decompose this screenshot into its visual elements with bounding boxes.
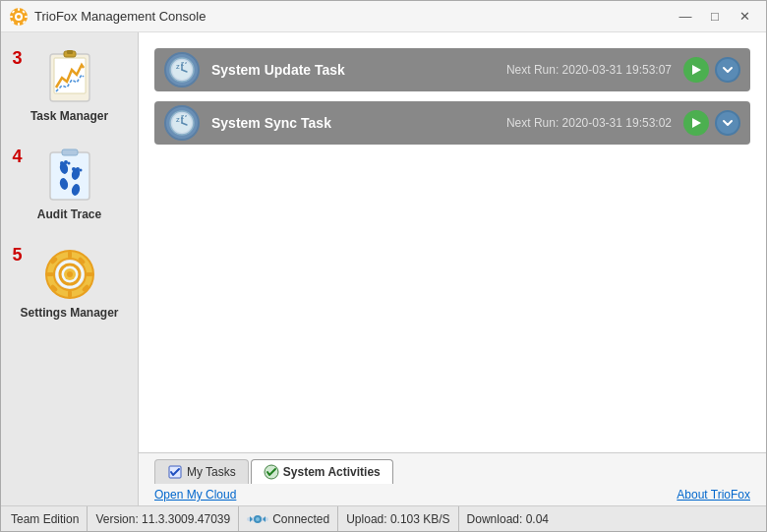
svg-rect-30 [68,290,72,298]
upload-label: Upload: 0.103 KB/S [346,512,449,526]
svg-rect-4 [18,23,20,26]
tab-system-activities[interactable]: System Activities [251,459,393,484]
edition-label: Team Edition [11,512,79,526]
task-row[interactable]: Z Z z System Update Task Next Run: 2020-… [154,48,750,91]
svg-rect-32 [86,272,93,276]
system-activities-tab-label: System Activities [283,465,381,479]
footer-links: Open My Cloud About TrioFox [139,484,766,505]
settings-manager-icon [42,247,97,302]
tab-my-tasks[interactable]: My Tasks [154,459,249,484]
svg-text:z: z [185,113,187,118]
task-row[interactable]: Z Z z System Sync Task Next Run: 2020-03… [154,101,750,145]
app-icon [9,7,29,27]
window-controls: — □ ✕ [672,7,758,27]
task-next-run: Next Run: 2020-03-31 19:53:07 [506,63,672,77]
svg-marker-56 [692,118,701,128]
system-activities-tab-icon [264,464,279,480]
task-sleep-icon: Z Z z [164,52,200,88]
about-triofox-link[interactable]: About TrioFox [677,488,750,502]
version-label: Version: 11.3.3009.47039 [95,512,230,526]
svg-text:Z: Z [176,117,180,123]
upload-segment: Upload: 0.103 KB/S [338,506,458,531]
task-name: System Sync Task [211,115,506,131]
close-button[interactable]: ✕ [731,7,758,27]
svg-point-23 [67,162,70,165]
edition-segment: Team Edition [11,506,88,531]
svg-marker-63 [263,516,266,522]
sidebar-item-settings-manager[interactable]: 5 [11,239,129,327]
content-area: Z Z z System Update Task Next Run: 2020-… [139,32,766,505]
connected-icon [247,511,268,527]
sidebar-item-audit-trace[interactable]: 4 Audit T [11,141,129,229]
app-window: TrioFox Management Console — □ ✕ 3 [0,0,767,532]
svg-rect-6 [25,16,28,18]
svg-rect-31 [46,272,54,276]
open-my-cloud-link[interactable]: Open My Cloud [154,488,236,502]
task-list: Z Z z System Update Task Next Run: 2020-… [139,32,766,452]
window-title: TrioFox Management Console [34,9,672,24]
minimize-button[interactable]: — [672,7,699,27]
svg-rect-29 [68,251,72,259]
sidebar: 3 Task Manager 4 [1,32,139,505]
sidebar-label-task-manager: Task Manager [30,109,108,123]
task-play-button[interactable] [683,57,709,83]
connected-label: Connected [272,512,329,526]
sidebar-number-3: 3 [13,48,23,69]
sidebar-label-settings-manager: Settings Manager [20,306,118,320]
sidebar-number-4: 4 [13,147,23,167]
svg-rect-5 [10,16,13,18]
version-segment: Version: 11.3.3009.47039 [88,506,239,531]
download-segment: Download: 0.04 [459,506,557,531]
svg-marker-48 [692,65,701,75]
sidebar-label-audit-trace: Audit Trace [37,207,101,221]
svg-point-2 [17,15,21,19]
task-expand-button[interactable] [715,110,740,136]
task-manager-icon [42,50,97,105]
sidebar-number-5: 5 [13,245,23,266]
audit-trace-icon [42,148,97,204]
svg-rect-16 [62,149,78,155]
sidebar-item-task-manager[interactable]: 3 Task Manager [11,42,129,131]
svg-rect-3 [18,8,20,11]
svg-point-61 [256,517,260,521]
connected-segment: Connected [239,506,338,531]
my-tasks-tab-icon [167,464,183,480]
task-name: System Update Task [211,62,506,78]
task-play-button[interactable] [683,110,709,136]
task-next-run: Next Run: 2020-03-31 19:53:02 [506,116,672,130]
svg-point-40 [67,271,73,277]
svg-marker-62 [250,516,253,522]
svg-point-25 [76,167,80,171]
svg-point-21 [60,161,64,165]
my-tasks-tab-label: My Tasks [187,465,236,479]
svg-point-22 [64,160,68,164]
main-container: 3 Task Manager 4 [1,32,766,505]
svg-point-24 [72,167,76,171]
svg-text:Z: Z [176,64,180,70]
task-sleep-icon: Z Z z [164,105,200,141]
svg-rect-15 [50,152,89,200]
title-bar: TrioFox Management Console — □ ✕ [1,1,766,32]
download-label: Download: 0.04 [467,512,549,526]
status-bar: Team Edition Version: 11.3.3009.47039 Co… [1,505,766,531]
svg-rect-14 [67,50,73,54]
maximize-button[interactable]: □ [701,7,729,27]
task-expand-button[interactable] [715,57,740,83]
svg-point-26 [79,169,82,172]
bottom-tabs: My Tasks System Activities [139,452,766,484]
svg-text:z: z [185,60,187,65]
